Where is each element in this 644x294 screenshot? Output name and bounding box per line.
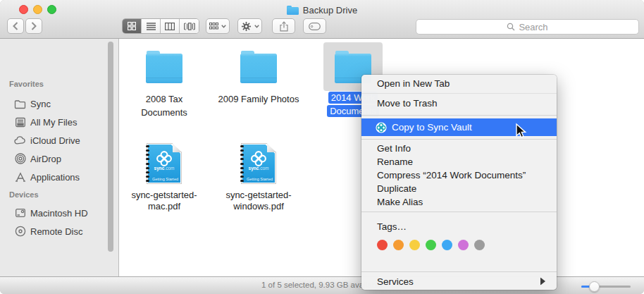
menu-item-label: Copy to Sync Vault	[392, 122, 472, 133]
sidebar-item-label: All My Files	[30, 117, 77, 128]
sidebar-item-all-my-files[interactable]: All My Files	[0, 113, 106, 131]
submenu-arrow-icon	[540, 278, 545, 286]
slider-knob[interactable]	[589, 281, 600, 292]
menu-separator	[361, 113, 557, 118]
disc-icon	[14, 226, 26, 237]
chevron-down-icon	[221, 25, 226, 28]
file-label: 2009 Family Photos	[211, 92, 306, 106]
menu-item-label: Tags…	[377, 221, 407, 232]
back-button[interactable]	[7, 18, 24, 34]
file-pdf-mac[interactable]: sync.com Getting Started sync-getstarted…	[117, 133, 211, 228]
applications-icon	[14, 172, 26, 182]
menu-item-open-in-new-tab[interactable]: Open in New Tab	[361, 75, 557, 94]
share-icon	[279, 21, 289, 32]
pdf-cover-caption: Getting Started	[247, 177, 273, 181]
arrange-icon	[209, 23, 218, 30]
sidebar-item-label: Macintosh HD	[30, 208, 88, 219]
sidebar-item-macintosh-hd[interactable]: Macintosh HD	[0, 204, 106, 222]
menu-item-compress[interactable]: Compress “2014 Work Documents”	[361, 169, 557, 182]
sidebar-item-remote-disc[interactable]: Remote Disc	[0, 222, 106, 240]
sidebar-item-applications[interactable]: Applications	[0, 168, 106, 186]
sidebar-item-icloud-drive[interactable]: iCloud Drive	[0, 131, 106, 149]
sidebar-item-label: iCloud Drive	[30, 135, 80, 146]
tag-color-green[interactable]	[426, 240, 436, 250]
menu-item-get-info[interactable]: Get Info	[361, 142, 557, 155]
action-button[interactable]	[237, 18, 262, 34]
pdf-cover-logo-text: sync.com	[147, 166, 182, 171]
menu-item-label: Make Alias	[377, 197, 423, 207]
file-folder-2009-family-photos[interactable]: 2009 Family Photos	[211, 39, 306, 133]
file-folder-2008-tax-documents[interactable]: 2008 TaxDocuments	[117, 39, 211, 133]
arrange-button[interactable]	[206, 18, 230, 34]
forward-button[interactable]	[25, 18, 42, 34]
gear-icon	[241, 21, 252, 32]
view-segmented-control	[122, 18, 199, 34]
menu-item-label: Get Info	[377, 143, 411, 154]
pdf-cover-caption: Getting Started	[152, 177, 178, 181]
file-pdf-windows[interactable]: sync.com Getting Started sync-getstarted…	[211, 133, 306, 228]
finder-window: Backup Drive	[0, 0, 644, 294]
menu-item-label: Duplicate	[377, 183, 416, 194]
tag-button[interactable]	[303, 18, 326, 34]
tag-icon	[309, 23, 321, 30]
pdf-icon: sync.com Getting Started	[241, 143, 276, 184]
menu-item-label: Services	[377, 276, 414, 287]
folder-proxy-icon	[287, 6, 299, 15]
menu-item-duplicate[interactable]: Duplicate	[361, 182, 557, 195]
column-view-button[interactable]	[161, 19, 180, 33]
column-view-icon	[165, 23, 175, 30]
sidebar-scrollbar[interactable]	[108, 42, 113, 252]
list-view-button[interactable]	[142, 19, 161, 33]
tag-color-red[interactable]	[377, 240, 388, 250]
sidebar-item-label: Remote Disc	[30, 226, 82, 237]
file-label: sync-getstarted- windows.pdf	[211, 190, 306, 212]
file-label: sync-getstarted- mac.pdf	[117, 190, 211, 212]
menu-item-label: Move to Trash	[377, 98, 438, 109]
menu-item-rename[interactable]: Rename	[361, 155, 557, 169]
menu-spacer	[361, 254, 557, 271]
window-title: Backup Drive	[303, 5, 357, 16]
folder-icon	[146, 51, 182, 83]
tag-color-purple[interactable]	[458, 240, 469, 250]
chevron-down-icon	[254, 25, 259, 28]
context-menu: Open in New Tab Move to Trash Copy to Sy…	[361, 75, 557, 290]
folder-icon	[240, 51, 277, 83]
tag-color-yellow[interactable]	[409, 240, 420, 250]
sidebar: Favorites Sync All My Files iCloud Drive…	[0, 39, 119, 276]
file-label: 2008 TaxDocuments	[117, 92, 211, 119]
spiral-binding	[240, 145, 244, 182]
chevron-left-icon	[13, 22, 18, 30]
sidebar-item-sync[interactable]: Sync	[0, 94, 106, 113]
sidebar-item-label: Sync	[30, 99, 51, 109]
menu-separator	[361, 209, 557, 215]
sidebar-header-favorites: Favorites	[9, 80, 44, 88]
menu-item-services[interactable]: Services	[361, 273, 557, 290]
search-icon	[507, 23, 515, 31]
mouse-cursor	[512, 121, 528, 140]
search-input[interactable]: Search	[416, 19, 639, 35]
pdf-cover-logo-text: sync.com	[241, 166, 276, 171]
tag-color-row	[361, 236, 557, 255]
search-placeholder: Search	[519, 22, 547, 32]
tag-color-orange[interactable]	[393, 240, 404, 250]
coverflow-view-button[interactable]	[180, 19, 199, 33]
pdf-icon: sync.com Getting Started	[147, 143, 182, 184]
tag-color-gray[interactable]	[474, 240, 485, 250]
icon-view-button[interactable]	[123, 19, 142, 33]
share-button[interactable]	[272, 18, 295, 34]
sidebar-item-label: Applications	[30, 172, 80, 183]
menu-item-move-to-trash[interactable]: Move to Trash	[361, 94, 557, 113]
tag-color-blue[interactable]	[442, 240, 452, 250]
documents-stack-icon	[14, 117, 26, 128]
menu-item-label: Compress “2014 Work Documents”	[377, 170, 526, 180]
menu-item-label: Rename	[377, 157, 413, 167]
hard-drive-icon	[14, 208, 26, 218]
chevron-right-icon	[31, 22, 37, 30]
menu-item-label: Open in New Tab	[377, 78, 450, 89]
icon-size-slider[interactable]	[581, 283, 631, 289]
spiral-binding	[146, 145, 149, 182]
menu-item-make-alias[interactable]: Make Alias	[361, 195, 557, 209]
list-view-icon	[147, 23, 156, 30]
menu-item-tags[interactable]: Tags…	[361, 218, 557, 236]
sidebar-item-airdrop[interactable]: AirDrop	[0, 149, 106, 168]
